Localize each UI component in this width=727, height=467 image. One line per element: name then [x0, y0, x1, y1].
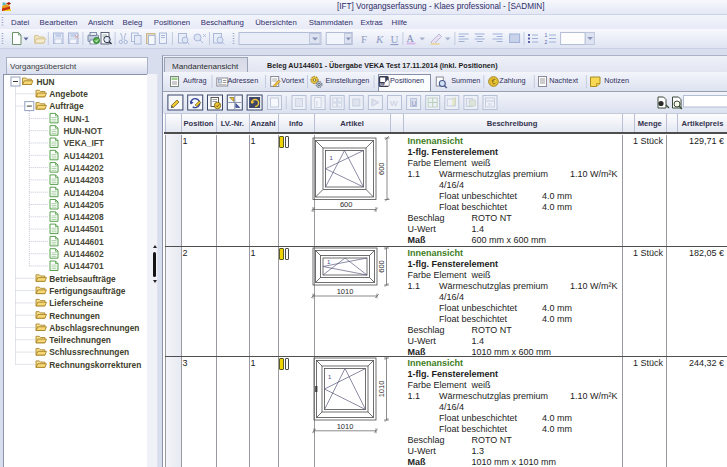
svg-text:Rechnungen: Rechnungen: [49, 311, 100, 321]
svg-text:2: 2: [545, 39, 548, 45]
svg-text:AU144202: AU144202: [64, 163, 104, 173]
svg-text:AU144602: AU144602: [64, 249, 104, 259]
svg-text:Rechnungskorrekturen: Rechnungskorrekturen: [49, 360, 141, 370]
svg-text:Schlussrechnungen: Schlussrechnungen: [49, 347, 129, 357]
svg-text:Angebote: Angebote: [49, 89, 88, 99]
svg-text:600: 600: [377, 260, 386, 273]
svg-text:€: €: [492, 78, 496, 85]
svg-text:HUN-NOT: HUN-NOT: [64, 126, 103, 136]
svg-text:Lieferscheine: Lieferscheine: [49, 298, 103, 308]
svg-text:VEKA_IFT: VEKA_IFT: [64, 138, 105, 148]
svg-text:Fertigungsaufträge: Fertigungsaufträge: [49, 286, 126, 296]
svg-text:1: 1: [327, 259, 331, 265]
svg-text:K: K: [375, 33, 384, 45]
svg-text:AU144701: AU144701: [64, 261, 104, 271]
svg-text:1: 1: [545, 32, 548, 38]
svg-text:AU144204: AU144204: [64, 188, 104, 198]
svg-text:F: F: [361, 33, 367, 45]
svg-text:1010: 1010: [337, 422, 354, 431]
svg-text:AU144601: AU144601: [64, 237, 104, 247]
svg-text:U: U: [412, 100, 417, 107]
svg-text:AU144208: AU144208: [64, 212, 104, 222]
svg-text:su: su: [380, 82, 385, 87]
svg-text:Abschlagsrechnungen: Abschlagsrechnungen: [49, 323, 139, 333]
svg-text:Teilrechnungen: Teilrechnungen: [49, 335, 111, 345]
svg-text:W: W: [390, 99, 398, 108]
svg-text:Aufträge: Aufträge: [49, 101, 84, 111]
svg-text:1010: 1010: [377, 381, 386, 398]
svg-text:HUN-1: HUN-1: [64, 114, 90, 124]
svg-text:Betriebsaufträge: Betriebsaufträge: [49, 274, 116, 284]
svg-text:AU144205: AU144205: [64, 200, 104, 210]
svg-text:A: A: [407, 33, 415, 44]
svg-text:600: 600: [340, 200, 353, 209]
svg-text:HUN: HUN: [37, 77, 55, 87]
svg-text:1: 1: [328, 374, 332, 380]
svg-text:AU144501: AU144501: [64, 224, 104, 234]
svg-text:AU144203: AU144203: [64, 175, 104, 185]
svg-text:AU144201: AU144201: [64, 151, 104, 161]
svg-text:1: 1: [330, 155, 334, 161]
svg-text:U: U: [391, 33, 399, 45]
svg-text:600: 600: [377, 162, 386, 175]
svg-text:1010: 1010: [337, 287, 354, 296]
